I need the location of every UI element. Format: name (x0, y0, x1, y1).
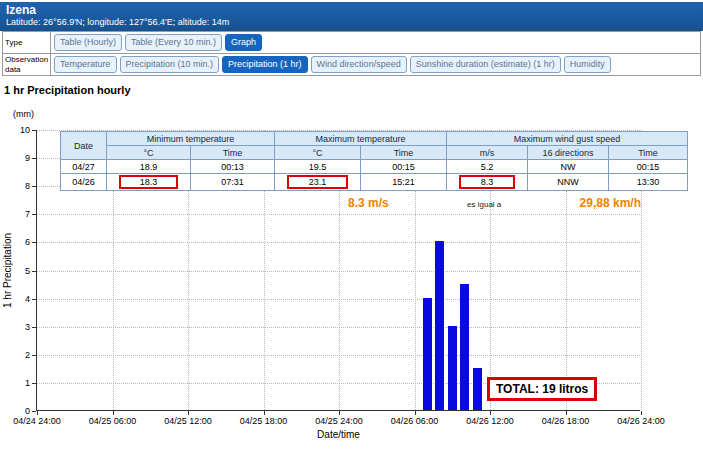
x-axis-title: Date/time (317, 429, 360, 440)
type-row-label: Type (3, 32, 51, 53)
obs-precip-1hr-button[interactable]: Precipitation (1 hr) (222, 56, 308, 73)
type-graph-button[interactable]: Graph (225, 34, 262, 51)
y-tick-label: 4 (25, 294, 30, 304)
y-axis-title-text: 1 hr Precipitation (3, 233, 14, 308)
precipitation-bar (460, 284, 469, 410)
x-tick-label: 04/25 06:00 (89, 416, 137, 426)
y-tick-label: 2 (25, 350, 30, 360)
x-tick-label: 04/25 24:00 (315, 416, 363, 426)
value-cell: NNW (528, 174, 609, 191)
type-row: Type Table (Hourly) Table (Every 10 min.… (3, 32, 700, 54)
col-group-max-wind: Maximum wind gust speed (447, 132, 688, 146)
observation-buttons: Temperature Precipitation (10 min.) Prec… (51, 54, 700, 75)
table-sub-header-row: °C Time °C Time m/s 16 directions Time (61, 146, 688, 160)
x-tick-label: 04/25 12:00 (164, 416, 212, 426)
obs-precip-10min-button[interactable]: Precipitation (10 min.) (120, 56, 220, 73)
y-tick-label: 5 (25, 266, 30, 276)
y-axis-title: 1 hr Precipitation (0, 130, 16, 411)
x-tick (415, 411, 416, 415)
y-tick-label: 8 (25, 181, 30, 191)
wind-speed-kmh: 29,88 km/h (580, 196, 641, 210)
y-tick (32, 130, 36, 131)
value-cell: 13:30 (609, 174, 688, 191)
y-tick (32, 271, 36, 272)
obs-wind-button[interactable]: Wind direction/speed (311, 56, 407, 73)
value-cell: 23.1 (275, 174, 361, 191)
y-unit-label: (mm) (13, 109, 34, 119)
precipitation-bar (473, 368, 482, 410)
x-tick (641, 411, 642, 415)
col-header-max-time: Time (361, 146, 447, 160)
x-tick (490, 411, 491, 415)
x-tick (339, 411, 340, 415)
value-cell: NW (528, 160, 609, 174)
x-tick-label: 04/26 18:00 (542, 416, 590, 426)
y-tick (32, 186, 36, 187)
col-header-max-c: °C (275, 146, 361, 160)
x-tick-label: 04/25 18:00 (240, 416, 288, 426)
y-tick-label: 1 (25, 378, 30, 388)
total-precipitation-box: TOTAL: 19 litros (487, 377, 597, 401)
type-table-10min-button[interactable]: Table (Every 10 min.) (125, 34, 222, 51)
type-table-hourly-button[interactable]: Table (Hourly) (54, 34, 122, 51)
filter-panel: Type Table (Hourly) Table (Every 10 min.… (2, 31, 701, 76)
x-tick (113, 411, 114, 415)
station-name: Izena (6, 4, 697, 17)
x-tick-label: 04/26 12:00 (466, 416, 514, 426)
highlight-box: 8.3 (459, 175, 515, 189)
x-tick-label: 04/26 06:00 (391, 416, 439, 426)
daily-summary-table: Date Minimum temperature Maximum tempera… (60, 131, 688, 191)
wind-conversion-note: 8.3 m/s es igual a 29,88 km/h (348, 196, 641, 210)
x-tick (566, 411, 567, 415)
table-row: 04/27 18.9 00:13 19.5 00:15 5.2 NW 00:15 (61, 160, 688, 174)
weather-station-page: Izena Latitude: 26°56.9'N; longitude: 12… (0, 0, 703, 449)
y-tick (32, 158, 36, 159)
col-header-min-c: °C (107, 146, 191, 160)
col-header-date: Date (61, 132, 107, 160)
value-cell: 8.3 (447, 174, 528, 191)
precipitation-bar (435, 241, 444, 410)
obs-sunshine-button[interactable]: Sunshine duration (estimate) (1 hr) (410, 56, 561, 73)
table-row: 04/26 18.3 07:31 23.1 15:21 8.3 NNW 13:3… (61, 174, 688, 191)
x-tick (37, 411, 38, 415)
value-cell: 19.5 (275, 160, 361, 174)
chart-title: 1 hr Precipitation hourly (4, 84, 703, 96)
value-cell: 00:15 (361, 160, 447, 174)
x-tick (188, 411, 189, 415)
y-tick (32, 242, 36, 243)
col-group-max-temp: Maximum temperature (275, 132, 447, 146)
wind-speed-ms: 8.3 m/s (348, 196, 389, 210)
y-tick (32, 327, 36, 328)
col-group-min-temp: Minimum temperature (107, 132, 275, 146)
station-coordinates: Latitude: 26°56.9'N; longitude: 127°56.4… (6, 17, 697, 28)
col-header-wind-ms: m/s (447, 146, 528, 160)
col-header-min-time: Time (191, 146, 275, 160)
obs-temperature-button[interactable]: Temperature (54, 56, 117, 73)
table-group-header-row: Date Minimum temperature Maximum tempera… (61, 132, 688, 146)
x-tick-label: 04/24 24:00 (13, 416, 61, 426)
x-tick (264, 411, 265, 415)
equals-text: es igual a (467, 200, 501, 209)
value-cell: 5.2 (447, 160, 528, 174)
date-cell: 04/27 (61, 160, 107, 174)
precipitation-bar (448, 326, 457, 410)
y-tick-label: 6 (25, 237, 30, 247)
observation-row: Observation data Temperature Precipitati… (3, 54, 700, 75)
value-cell: 07:31 (191, 174, 275, 191)
value-cell: 18.9 (107, 160, 191, 174)
obs-humidity-button[interactable]: Humidity (564, 56, 611, 73)
col-header-wind-time: Time (609, 146, 688, 160)
highlight-box: 18.3 (119, 175, 178, 189)
y-tick-label: 0 (25, 406, 30, 416)
value-cell: 18.3 (107, 174, 191, 191)
precipitation-bar (423, 298, 432, 410)
highlight-box: 23.1 (287, 175, 348, 189)
date-cell: 04/26 (61, 174, 107, 191)
y-tick (32, 355, 36, 356)
type-buttons: Table (Hourly) Table (Every 10 min.) Gra… (51, 32, 700, 53)
y-tick (32, 299, 36, 300)
y-tick-label: 9 (25, 153, 30, 163)
y-tick (32, 383, 36, 384)
value-cell: 00:15 (609, 160, 688, 174)
y-tick-label: 3 (25, 322, 30, 332)
